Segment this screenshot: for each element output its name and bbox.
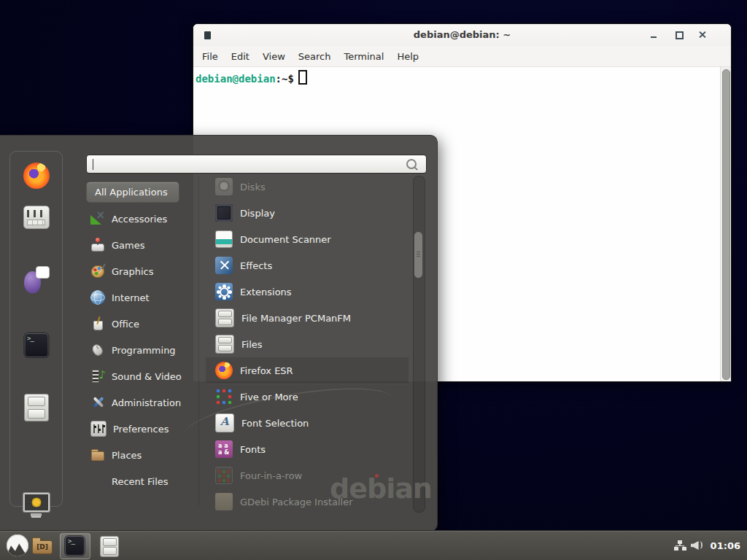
app-item-display[interactable]: Display <box>206 200 409 226</box>
taskbar: [D] 01:06 <box>0 530 747 560</box>
column-divider <box>198 176 199 505</box>
app-item-disks[interactable]: Disks <box>206 174 409 200</box>
menu-help[interactable]: Help <box>390 48 425 65</box>
all-applications-button[interactable]: All Applications <box>86 182 179 203</box>
terminal-menubar: File Edit View Search Terminal Help <box>193 46 731 67</box>
gdebi-icon <box>215 493 233 510</box>
terminal-prompt: debian@debian:~$ <box>196 70 307 85</box>
volume-icon[interactable] <box>691 540 704 551</box>
preferences-icon <box>90 421 107 437</box>
effects-icon <box>215 257 233 274</box>
accessories-icon <box>90 211 105 226</box>
app-item-firefox-esr[interactable]: Firefox ESR <box>206 357 409 384</box>
category-recent-files[interactable]: Recent Files <box>86 468 196 494</box>
disks-icon <box>215 178 233 195</box>
app-item-gdebi[interactable]: GDebi Package Installer <box>206 489 409 515</box>
menu-scrollbar-thumb[interactable] <box>414 232 422 278</box>
four-in-a-row-icon <box>215 467 233 484</box>
category-accessories[interactable]: Accessories <box>86 206 196 232</box>
app-item-effects[interactable]: Effects <box>206 252 409 279</box>
terminal-scrollbar[interactable] <box>720 67 731 381</box>
firefox-icon <box>215 362 233 379</box>
category-administration[interactable]: Administration <box>86 389 196 416</box>
close-button[interactable] <box>696 28 709 42</box>
font-selection-icon <box>215 413 234 432</box>
category-places[interactable]: Places <box>86 442 196 468</box>
terminal-scrollbar-thumb[interactable] <box>722 69 730 380</box>
extensions-icon <box>215 283 233 300</box>
menu-edit[interactable]: Edit <box>225 48 256 65</box>
prompt-user: debian@debian <box>196 73 276 85</box>
five-or-more-icon <box>215 388 233 405</box>
menu-search[interactable]: Search <box>292 48 338 65</box>
system-tray: 01:06 <box>674 531 747 560</box>
minimize-button[interactable] <box>648 28 661 42</box>
menu-logo-icon <box>7 534 28 556</box>
menu-terminal[interactable]: Terminal <box>337 48 390 65</box>
text-caret <box>93 159 93 170</box>
category-list: Accessories Games Graphics Internet Offi… <box>86 206 196 494</box>
app-item-font-selection[interactable]: Font Selection <box>206 410 409 436</box>
terminal-icon <box>65 536 85 556</box>
search-input[interactable] <box>88 156 425 172</box>
internet-icon <box>90 290 105 305</box>
terminal-cursor <box>298 70 307 85</box>
document-scanner-icon <box>215 230 233 248</box>
file-cabinet-icon <box>100 536 119 557</box>
app-item-five-or-more[interactable]: Five or More <box>206 384 409 410</box>
firefox-favorite-icon[interactable] <box>23 163 50 189</box>
maximize-button[interactable] <box>673 28 686 42</box>
sound-video-icon <box>90 369 105 384</box>
app-item-file-manager-pcmanfm[interactable]: File Manager PCManFM <box>206 305 409 331</box>
sound-mixer-favorite-icon[interactable] <box>23 206 50 229</box>
category-internet[interactable]: Internet <box>86 284 196 311</box>
file-manager-favorite-icon[interactable] <box>24 394 49 421</box>
prompt-suffix: :~$ <box>276 73 294 85</box>
category-office[interactable]: Office <box>86 311 196 337</box>
display-icon <box>215 204 233 222</box>
app-item-four-in-a-row[interactable]: Four-in-a-row <box>206 462 409 489</box>
terminal-favorite-icon[interactable] <box>24 333 48 357</box>
administration-icon <box>90 395 105 410</box>
menu-search-box[interactable] <box>86 155 427 174</box>
category-programming[interactable]: Programming <box>86 337 196 363</box>
category-games[interactable]: Games <box>86 232 196 258</box>
desktop-folder-launcher[interactable]: [D] <box>32 537 53 554</box>
games-icon <box>90 238 105 252</box>
pidgin-favorite-icon[interactable] <box>23 265 50 293</box>
office-icon <box>90 316 105 331</box>
files-icon <box>215 335 234 354</box>
app-item-document-scanner[interactable]: Document Scanner <box>206 226 409 252</box>
application-list: Disks Display Document Scanner Effects E… <box>206 174 409 515</box>
favorites-box <box>9 151 63 507</box>
menu-scrollbar[interactable] <box>413 176 425 513</box>
menu-file[interactable]: File <box>196 48 225 65</box>
app-item-extensions[interactable]: Extensions <box>206 279 409 305</box>
programming-icon <box>90 343 105 357</box>
places-icon <box>90 448 105 462</box>
lock-screen-icon[interactable] <box>23 493 50 516</box>
app-item-fonts[interactable]: Fonts <box>206 436 409 462</box>
terminal-titlebar[interactable]: debian@debian: ~ <box>193 24 731 46</box>
terminal-taskbar-button[interactable] <box>60 533 90 559</box>
file-manager-launcher[interactable] <box>100 536 117 556</box>
all-applications-label: All Applications <box>95 187 168 198</box>
menu-view[interactable]: View <box>256 48 292 65</box>
network-icon[interactable] <box>674 540 686 551</box>
fonts-icon <box>215 440 233 458</box>
folder-icon: [D] <box>32 540 53 554</box>
taskbar-clock[interactable]: 01:06 <box>711 540 740 551</box>
file-manager-icon <box>215 308 234 327</box>
category-graphics[interactable]: Graphics <box>86 258 196 284</box>
menu-button[interactable] <box>7 534 28 556</box>
application-menu: All Applications Accessories Games Graph… <box>0 135 438 532</box>
category-sound-video[interactable]: Sound & Video <box>86 363 196 389</box>
search-icon <box>406 159 417 169</box>
app-item-files[interactable]: Files <box>206 331 409 357</box>
category-preferences[interactable]: Preferences <box>86 416 196 442</box>
graphics-icon <box>90 264 105 279</box>
